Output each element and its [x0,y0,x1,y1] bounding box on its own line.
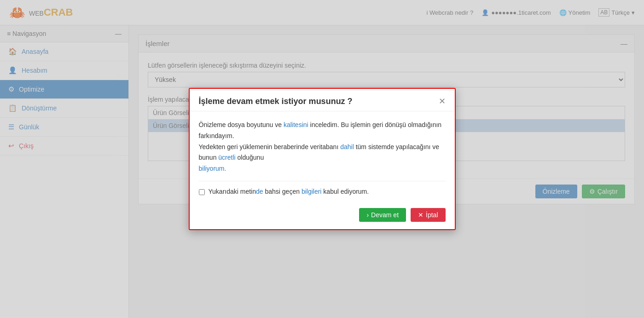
dialog-p2-prefix: Yedekten geri yüklemenin beraberinde ver… [199,143,341,150]
dialog-footer: › Devam et ✕ İptal [190,203,455,229]
dialog-header: İşleme devam etmek istiyor musunuz ? ✕ [190,89,455,111]
checkbox-link2: bilgileri [302,188,322,195]
dialog-text: Önizleme dosya boyutunu ve kalitesini in… [199,120,446,174]
dialog-close-button[interactable]: ✕ [439,96,446,106]
devam-et-button[interactable]: › Devam et [359,208,406,222]
dialog-p3: biliyorum. [199,165,226,172]
iptal-icon: ✕ [418,211,424,219]
dialog-p2-link1: dahil [340,143,354,150]
dialog-p1-prefix: Önizleme dosya boyutunu ve [199,121,284,128]
checkbox-suffix: kabul ediyorum. [321,188,369,195]
dialog-overlay: İşleme devam etmek istiyor musunuz ? ✕ Ö… [0,0,644,318]
dialog-body: Önizleme dosya boyutunu ve kalitesini in… [190,111,455,203]
dialog-title: İşleme devam etmek istiyor musunuz ? [199,97,353,106]
dialog-p1-link1: kalitesini [284,121,308,128]
confirmation-dialog: İşleme devam etmek istiyor musunuz ? ✕ Ö… [189,88,456,230]
checkbox-link1: de [256,188,263,195]
iptal-label: İptal [426,211,438,219]
checkbox-middle: bahsi geçen [263,188,302,195]
dialog-divider [199,181,446,181]
dialog-p2-suffix: olduğunu [236,154,264,161]
checkbox-label: Yukarıdaki metinde bahsi geçen bilgileri… [209,188,369,195]
accept-checkbox[interactable] [199,189,205,195]
iptal-button[interactable]: ✕ İptal [411,208,445,222]
devam-label: Devam et [371,211,399,219]
checkbox-prefix: Yukarıdaki metin [209,188,256,195]
devam-icon: › [366,211,369,219]
dialog-checkbox-row: Yukarıdaki metinde bahsi geçen bilgileri… [199,188,446,195]
dialog-p2-link2: ücretli [218,154,235,161]
